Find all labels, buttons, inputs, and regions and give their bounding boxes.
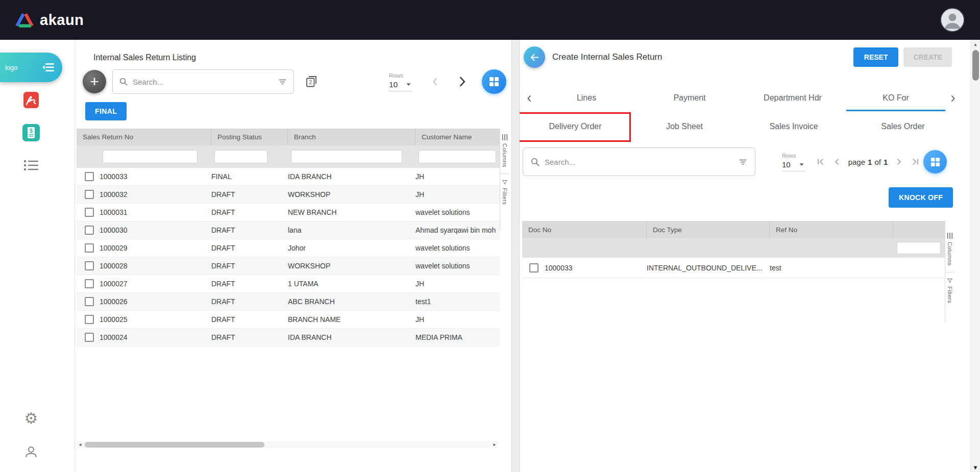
scroll-left-icon[interactable]: ◄ bbox=[77, 441, 84, 448]
row-checkbox[interactable] bbox=[85, 315, 94, 324]
create-button[interactable]: CREATE bbox=[903, 47, 952, 67]
rows-label: Rows bbox=[782, 153, 805, 159]
columns-rail-label[interactable]: Columns bbox=[502, 143, 508, 167]
scroll-down-icon[interactable]: ▼ bbox=[971, 464, 980, 470]
sidebar-item-invoice[interactable]: $ bbox=[21, 122, 41, 143]
columns-rail-label[interactable]: Columns bbox=[947, 242, 953, 266]
sidebar-item-pdf[interactable] bbox=[21, 90, 41, 110]
last-page-icon bbox=[910, 157, 920, 167]
cell-customer-name: JH bbox=[415, 280, 500, 288]
ko-toolbar: Rows 10 page bbox=[523, 147, 966, 176]
user-avatar[interactable] bbox=[940, 8, 965, 32]
subtab-delivery-order[interactable]: Delivery Order bbox=[521, 114, 630, 139]
row-checkbox[interactable] bbox=[529, 263, 538, 272]
table-row[interactable]: 1000027 DRAFT 1 UTAMA JH bbox=[77, 275, 500, 293]
cell-customer-name: Ahmad syarqawi bin moh bbox=[415, 226, 500, 234]
table-row[interactable]: 1000030 DRAFT lana Ahmad syarqawi bin mo… bbox=[77, 221, 500, 239]
customer-name-filter-input[interactable] bbox=[419, 150, 496, 163]
branch-filter-input[interactable] bbox=[291, 150, 402, 163]
filters-funnel-icon[interactable] bbox=[502, 179, 508, 185]
settings-button[interactable]: ⚙ bbox=[24, 411, 38, 426]
rail-divider bbox=[500, 173, 509, 174]
tab-payment[interactable]: Payment bbox=[638, 85, 741, 111]
tab-ko-for[interactable]: KO For bbox=[844, 85, 947, 111]
apps-grid-button[interactable] bbox=[482, 69, 506, 94]
filter-list-icon[interactable] bbox=[278, 77, 287, 87]
filters-rail-label[interactable]: Filters bbox=[502, 188, 508, 205]
row-checkbox[interactable] bbox=[85, 172, 94, 181]
row-checkbox[interactable] bbox=[85, 190, 94, 199]
next-page-button[interactable] bbox=[891, 157, 907, 167]
cell-posting-status: DRAFT bbox=[211, 226, 288, 234]
subtab-job-sheet[interactable]: Job Sheet bbox=[630, 114, 739, 139]
back-button[interactable] bbox=[524, 46, 545, 68]
cell-sales-return-no: 1000030 bbox=[100, 226, 211, 234]
knock-off-button[interactable]: KNOCK OFF bbox=[889, 187, 953, 208]
add-button[interactable]: + bbox=[83, 70, 106, 93]
filter-list-icon[interactable] bbox=[738, 157, 748, 167]
table-row[interactable]: 1000024 DRAFT IDA BRANCH MEDIA PRIMA bbox=[77, 329, 500, 346]
row-checkbox[interactable] bbox=[85, 261, 94, 270]
table-row[interactable]: 1000026 DRAFT ABC BRANCH test1 bbox=[77, 293, 500, 311]
header-doc-no: Doc No bbox=[522, 221, 647, 238]
rows-per-page[interactable]: Rows 10 bbox=[782, 153, 805, 171]
table-row[interactable]: 1000032 DRAFT WORKSHOP JH bbox=[77, 186, 500, 204]
next-page-button[interactable] bbox=[455, 75, 469, 88]
sales-return-no-filter-input[interactable] bbox=[103, 150, 198, 163]
subtab-sales-invoice[interactable]: Sales Invoice bbox=[739, 114, 848, 139]
scroll-up-icon[interactable]: ▲ bbox=[971, 42, 980, 47]
row-checkbox[interactable] bbox=[85, 208, 94, 217]
search-box bbox=[523, 147, 755, 176]
table-row[interactable]: 1000028 DRAFT WORKSHOP wavelet solutions bbox=[77, 257, 500, 275]
search-input[interactable] bbox=[133, 78, 273, 86]
apps-grid-button[interactable] bbox=[923, 150, 947, 173]
page-scrollbar[interactable]: ▲ ▼ bbox=[970, 40, 980, 472]
table-row[interactable]: 1000031 DRAFT NEW BRANCH wavelet solutio… bbox=[77, 204, 500, 221]
prev-page-button[interactable] bbox=[430, 76, 441, 87]
horizontal-scrollbar-thumb[interactable] bbox=[85, 442, 264, 448]
final-filter-button[interactable]: FINAL bbox=[85, 102, 127, 120]
sidebar-logo-badge[interactable]: logo bbox=[0, 53, 62, 82]
row-checkbox[interactable] bbox=[85, 243, 94, 253]
filters-funnel-icon[interactable] bbox=[947, 278, 953, 284]
tabs-scroll-right-button[interactable] bbox=[947, 94, 959, 103]
tabs-scroll-left-button[interactable] bbox=[524, 94, 535, 103]
reset-button[interactable]: RESET bbox=[853, 47, 899, 67]
sidebar-item-list[interactable] bbox=[21, 155, 41, 176]
profile-button[interactable] bbox=[23, 444, 39, 462]
first-page-button[interactable] bbox=[813, 157, 829, 167]
posting-status-filter-input[interactable] bbox=[214, 150, 267, 163]
tab-lines[interactable]: Lines bbox=[535, 85, 638, 111]
prev-page-button[interactable] bbox=[829, 157, 845, 167]
cell-branch: NEW BRANCH bbox=[288, 208, 415, 216]
header-sales-return-no: Sales Return No bbox=[77, 129, 211, 145]
row-checkbox[interactable] bbox=[85, 226, 94, 235]
cell-sales-return-no: 1000026 bbox=[100, 297, 211, 306]
table-row[interactable]: 1000033 INTERNAL_OUTBOUND_DELIVE... test bbox=[522, 258, 945, 278]
chevron-right-icon bbox=[894, 157, 904, 167]
cell-branch: IDA BRANCH bbox=[288, 333, 415, 341]
filters-rail-label[interactable]: Filters bbox=[947, 286, 953, 303]
page-scrollbar-thumb[interactable] bbox=[972, 50, 979, 81]
rows-per-page[interactable]: Rows 10 bbox=[389, 72, 412, 91]
tab-department-hdr[interactable]: Department Hdr bbox=[741, 85, 844, 111]
columns-icon[interactable] bbox=[947, 232, 953, 239]
table-row[interactable]: 1000033 FINAL IDA BRANCH JH bbox=[77, 168, 500, 186]
create-panel-header: Create Internal Sales Return RESET CREAT… bbox=[520, 46, 970, 68]
column-filter-input[interactable] bbox=[897, 242, 941, 254]
last-page-button[interactable] bbox=[907, 157, 923, 167]
table-row[interactable]: 1000025 DRAFT BRANCH NAME JH bbox=[77, 311, 500, 329]
ko-table-zone: Doc No Doc Type Ref No 1000033 INTERNAL_… bbox=[520, 221, 970, 323]
row-checkbox[interactable] bbox=[85, 279, 94, 288]
subtab-sales-order[interactable]: Sales Order bbox=[848, 114, 958, 139]
duplicate-view-button[interactable]: 2 bbox=[305, 76, 317, 88]
table-row[interactable]: 1000029 DRAFT Johor wavelet solutions bbox=[77, 239, 500, 257]
columns-icon[interactable] bbox=[502, 134, 508, 141]
scroll-right-icon[interactable]: ► bbox=[491, 441, 498, 448]
search-input[interactable] bbox=[545, 158, 733, 166]
row-checkbox[interactable] bbox=[85, 333, 94, 342]
horizontal-scrollbar[interactable]: ◄ ► bbox=[77, 441, 498, 448]
row-checkbox[interactable] bbox=[85, 297, 94, 306]
page-title: Internal Sales Return Listing bbox=[93, 53, 511, 62]
cell-customer-name: test1 bbox=[415, 297, 500, 306]
